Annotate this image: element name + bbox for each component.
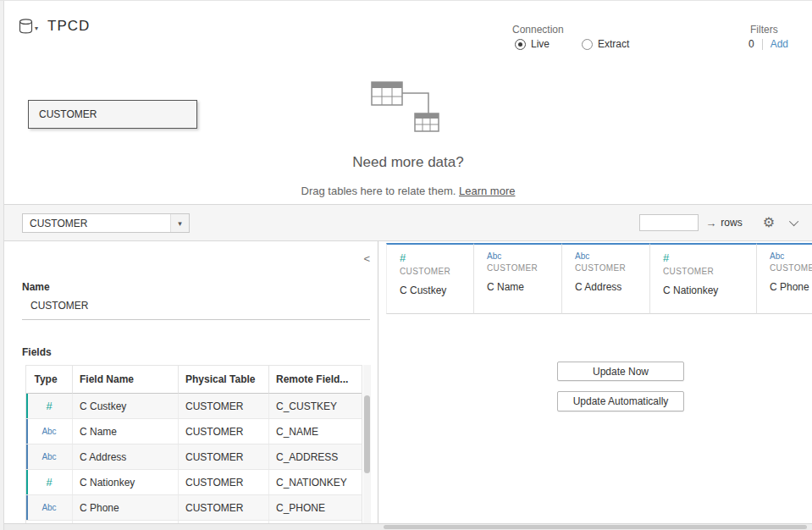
- logical-table-label: CUSTOMER: [39, 108, 97, 120]
- physical-table-cell: CUSTOMER: [179, 470, 269, 494]
- learn-more-link[interactable]: Learn more: [459, 185, 515, 197]
- filters-separator: [762, 39, 763, 50]
- fields-table-header: Type Field Name Physical Table Remote Fi…: [26, 366, 362, 394]
- number-type-icon: #: [46, 400, 52, 412]
- update-now-button[interactable]: Update Now: [557, 362, 684, 381]
- radio-extract-label[interactable]: Extract: [598, 38, 629, 50]
- physical-table-cell: CUSTOMER: [179, 495, 269, 520]
- field-name-cell: C Address: [73, 444, 179, 469]
- grid-column-field: C Custkey: [400, 284, 473, 296]
- relate-tables-illustration: [371, 81, 449, 140]
- number-type-icon: #: [400, 251, 473, 264]
- remote-field-cell: C_PHONE: [269, 495, 362, 520]
- field-name-cell: C Nationkey: [73, 470, 179, 494]
- field-row-c-phone[interactable]: Abc C Phone CUSTOMER C_PHONE: [26, 495, 362, 521]
- number-type-icon: #: [46, 476, 52, 489]
- collapse-panel-icon[interactable]: <: [363, 252, 370, 265]
- radio-extract-icon[interactable]: [582, 39, 593, 50]
- physical-table-cell: CUSTOMER: [179, 419, 269, 444]
- gear-icon[interactable]: ⚙: [763, 216, 775, 229]
- radio-option-extract[interactable]: Extract: [582, 38, 629, 50]
- filters-label: Filters: [750, 24, 778, 36]
- radio-live-label[interactable]: Live: [531, 38, 550, 50]
- grid-column-c-custkey[interactable]: # CUSTOMER C Custkey: [386, 243, 474, 314]
- remote-field-cell: C_NAME: [269, 419, 362, 444]
- column-header-remote-field[interactable]: Remote Field...: [269, 366, 362, 394]
- name-label: Name: [22, 281, 50, 293]
- grid-column-c-nationkey[interactable]: # CUSTOMER C Nationkey: [650, 243, 757, 314]
- grid-column-field: C Address: [575, 281, 649, 293]
- bottom-section: < Name CUSTOMER Fields Type Field Name P…: [4, 241, 812, 524]
- remote-field-cell: C_CUSTKEY: [269, 394, 362, 418]
- grid-column-table: CUSTOMER: [663, 267, 756, 276]
- name-field-underline: [22, 319, 370, 320]
- data-preview-panel: # CUSTOMER C Custkey Abc CUSTOMER C Name…: [379, 241, 812, 524]
- type-cell: #: [26, 470, 73, 494]
- field-name-cell: C Custkey: [73, 394, 179, 418]
- rows-label: rows: [721, 217, 742, 229]
- string-type-icon: Abc: [41, 452, 56, 461]
- string-type-icon: Abc: [487, 251, 561, 261]
- grid-column-table: CUSTOMER: [400, 267, 473, 276]
- table-name-field[interactable]: CUSTOMER: [30, 300, 88, 312]
- logical-table-customer[interactable]: CUSTOMER: [28, 100, 197, 129]
- grid-column-c-address[interactable]: Abc CUSTOMER C Address: [562, 243, 650, 314]
- preview-toolbar: CUSTOMER ▾ → rows ⚙: [4, 204, 812, 241]
- drag-tables-hint: Drag tables here to relate them. Learn m…: [4, 185, 812, 197]
- string-type-icon: Abc: [770, 251, 812, 261]
- row-limit-input[interactable]: [639, 214, 699, 231]
- drag-tables-text: Drag tables here to relate them.: [301, 185, 459, 197]
- row-controls: → rows ⚙: [639, 205, 804, 240]
- column-header-physical-table[interactable]: Physical Table: [179, 366, 269, 394]
- connection-options: Live Extract: [515, 38, 629, 50]
- string-type-icon: Abc: [41, 503, 56, 512]
- type-cell: Abc: [26, 495, 73, 520]
- datasource-title: TPCD: [47, 18, 90, 35]
- fields-label: Fields: [22, 346, 52, 358]
- datasource-menu-button[interactable]: ▾: [19, 19, 38, 34]
- type-cell: Abc: [26, 419, 73, 444]
- tables-illustration-icon: [371, 81, 449, 137]
- horizontal-scrollbar-thumb[interactable]: [384, 525, 807, 529]
- connection-label: Connection: [512, 24, 564, 36]
- chevron-down-icon[interactable]: [789, 217, 798, 226]
- fields-scrollbar[interactable]: [363, 365, 371, 524]
- remote-field-cell: C_ADDRESS: [269, 444, 362, 469]
- grid-column-field: C Name: [487, 281, 561, 293]
- tableau-datasource-page: ▾ TPCD Connection Live Extract Filters 0…: [0, 0, 812, 530]
- physical-table-cell: CUSTOMER: [179, 394, 269, 418]
- type-cell: #: [26, 394, 73, 418]
- filters-add-link[interactable]: Add: [771, 38, 788, 50]
- column-header-field-name[interactable]: Field Name: [73, 366, 179, 394]
- metadata-panel: < Name CUSTOMER Fields Type Field Name P…: [4, 241, 378, 524]
- update-automatically-button[interactable]: Update Automatically: [557, 391, 684, 411]
- radio-option-live[interactable]: Live: [515, 38, 550, 50]
- string-type-icon: Abc: [575, 251, 649, 261]
- caret-down-icon: ▾: [170, 214, 189, 232]
- grid-column-table: CUSTOMER: [770, 263, 812, 273]
- grid-column-c-phone[interactable]: Abc CUSTOMER C Phone: [757, 243, 812, 314]
- filters-count: 0: [748, 38, 754, 50]
- database-icon: [19, 19, 33, 34]
- filters-row: 0 Add: [748, 38, 788, 50]
- type-cell: Abc: [26, 444, 73, 469]
- grid-column-table: CUSTOMER: [575, 263, 649, 273]
- horizontal-scrollbar[interactable]: [4, 523, 812, 530]
- need-more-data-title: Need more data?: [4, 154, 812, 171]
- physical-table-cell: CUSTOMER: [179, 444, 269, 469]
- field-row-c-custkey[interactable]: # C Custkey CUSTOMER C_CUSTKEY: [26, 394, 362, 419]
- remote-field-cell: C_NATIONKEY: [269, 470, 362, 494]
- column-header-type[interactable]: Type: [26, 366, 73, 394]
- grid-column-c-name[interactable]: Abc CUSTOMER C Name: [474, 243, 562, 314]
- grid-column-field: C Nationkey: [663, 284, 756, 296]
- fields-scrollbar-thumb[interactable]: [364, 395, 370, 473]
- field-row-c-address[interactable]: Abc C Address CUSTOMER C_ADDRESS: [26, 444, 362, 470]
- data-grid-header: # CUSTOMER C Custkey Abc CUSTOMER C Name…: [386, 243, 812, 314]
- field-row-c-nationkey[interactable]: # C Nationkey CUSTOMER C_NATIONKEY: [26, 470, 362, 495]
- caret-down-icon: ▾: [35, 25, 38, 32]
- field-row-c-name[interactable]: Abc C Name CUSTOMER C_NAME: [26, 419, 362, 444]
- field-name-cell: C Phone: [73, 495, 179, 520]
- radio-live-icon[interactable]: [515, 39, 526, 50]
- table-selector-dropdown[interactable]: CUSTOMER ▾: [22, 213, 190, 233]
- string-type-icon: Abc: [41, 427, 56, 436]
